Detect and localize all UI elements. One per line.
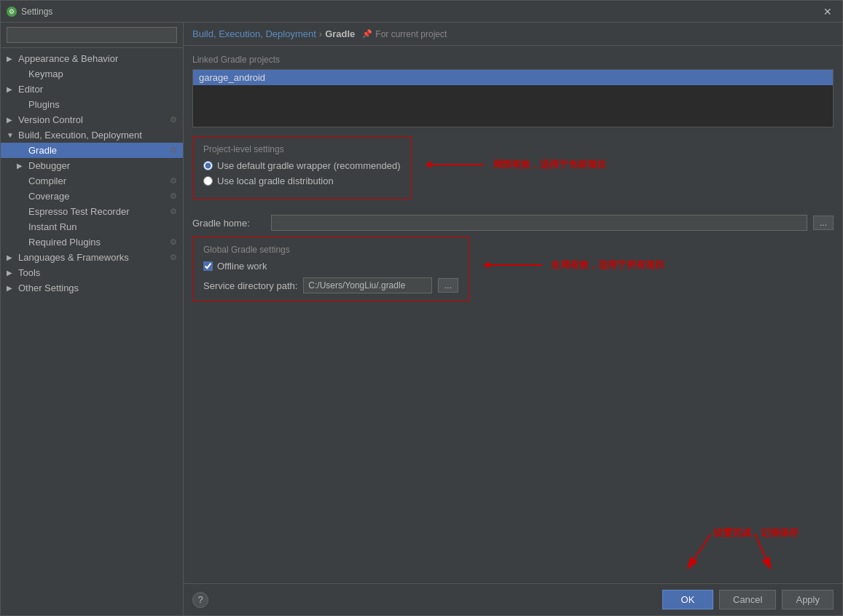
sidebar-item-appearance[interactable]: ▶ Appearance & Behavior [1,51,183,66]
search-input[interactable] [7,27,177,43]
panel-wrapper: Build, Execution, Deployment › Gradle 📌 … [184,23,842,615]
sidebar-item-plugins[interactable]: Plugins [1,97,183,112]
service-dir-browse-btn[interactable]: ... [438,278,458,293]
linked-projects-box: garage_android [192,69,834,127]
gradle-home-input[interactable] [271,215,807,231]
sidebar-item-label: Debugger [28,160,70,171]
pin-icon: 📌 [362,29,372,39]
sidebar: ▶ Appearance & Behavior Keymap ▶ Editor … [1,23,184,615]
breadcrumb-sub: For current project [375,29,447,39]
title-bar-left: ⚙ Settings [7,7,52,17]
global-settings-label: Global Gradle settings [203,245,458,255]
sidebar-item-debugger[interactable]: ▶ Debugger [1,158,183,173]
sidebar-item-label: Required Plugins [28,237,101,248]
sidebar-item-gradle[interactable]: Gradle ⚙ [1,143,183,158]
settings-icon: ⚙ [170,237,177,247]
sidebar-item-editor[interactable]: ▶ Editor [1,82,183,97]
sidebar-item-label: Editor [18,84,43,95]
radio-local[interactable] [203,176,213,186]
sidebar-item-keymap[interactable]: Keymap [1,66,183,82]
sidebar-item-label: Espresso Test Recorder [28,206,130,217]
global-annotation: 全局有效，适用于所有项目 [484,258,664,272]
main-content: ▶ Appearance & Behavior Keymap ▶ Editor … [1,23,842,615]
sidebar-item-other-settings[interactable]: ▶ Other Settings [1,280,183,296]
sidebar-item-label: Tools [18,267,40,278]
gradle-home-label: Gradle home: [192,218,265,229]
offline-work-row: Offline work [203,261,458,272]
global-gradle-box: Global Gradle settings Offline work Serv… [192,237,469,301]
save-reminder: 设置完成，记得保存 [713,526,799,540]
expand-arrow: ▶ [7,116,15,124]
close-button[interactable]: ✕ [819,4,836,19]
sidebar-item-espresso[interactable]: Espresso Test Recorder ⚙ [1,204,183,219]
settings-icon: ⚙ [170,191,177,201]
radio-default[interactable] [203,161,213,170]
global-annotation-text: 全局有效，适用于所有项目 [551,258,664,272]
sidebar-item-compiler[interactable]: Compiler ⚙ [1,173,183,189]
sidebar-item-languages[interactable]: ▶ Languages & Frameworks ⚙ [1,250,183,265]
save-arrow-1 [682,530,726,576]
sidebar-item-coverage[interactable]: Coverage ⚙ [1,189,183,204]
settings-icon: ⚙ [170,253,177,262]
sidebar-item-required-plugins[interactable]: Required Plugins ⚙ [1,234,183,250]
gradle-home-row: Gradle home: ... [192,215,834,231]
sidebar-item-instant-run[interactable]: Instant Run [1,219,183,234]
sidebar-item-label: Version Control [18,114,83,125]
expand-arrow: ▶ [7,284,15,292]
expand-arrow: ▼ [7,131,15,139]
bottom-bar: ? OK Cancel Apply [184,583,842,615]
sidebar-item-label: Keymap [28,68,63,79]
svg-line-1 [755,534,769,566]
main-panel: Build, Execution, Deployment › Gradle 📌 … [184,23,842,583]
breadcrumb: Build, Execution, Deployment › Gradle 📌 … [184,23,842,46]
sidebar-item-label: Compiler [28,175,66,186]
radio-default-label: Use default gradle wrapper (recommended) [217,160,400,171]
radio-local-wrapper[interactable]: Use local gradle distribution [203,175,400,186]
nav-tree: ▶ Appearance & Behavior Keymap ▶ Editor … [1,48,183,615]
sidebar-item-tools[interactable]: ▶ Tools [1,265,183,280]
gradle-home-browse-btn[interactable]: ... [813,216,834,230]
sidebar-item-label: Build, Execution, Deployment [18,130,142,141]
sidebar-item-label: Languages & Frameworks [18,252,129,263]
service-dir-row: Service directory path: ... [203,277,458,293]
settings-icon: ⚙ [170,176,177,186]
expand-arrow: ▶ [17,162,26,170]
radio-local-label: Use local gradle distribution [217,175,334,186]
linked-project-item[interactable]: garage_android [193,70,833,85]
breadcrumb-parent: Build, Execution, Deployment [192,28,316,39]
radio-default-wrapper[interactable]: Use default gradle wrapper (recommended) [203,160,400,171]
expand-arrow: ▶ [7,85,15,93]
window-title: Settings [21,7,52,17]
offline-work-checkbox[interactable] [203,261,213,271]
project-settings-box: Project-level settings Use default gradl… [192,136,411,199]
linked-projects-label: Linked Gradle projects [192,55,834,65]
help-button[interactable]: ? [192,592,208,608]
sidebar-item-version-control[interactable]: ▶ Version Control ⚙ [1,112,183,127]
sidebar-item-label: Coverage [28,191,69,202]
sidebar-item-label: Gradle [28,145,57,156]
svg-line-0 [689,534,711,566]
search-box [1,23,183,48]
sidebar-item-label: Other Settings [18,283,79,293]
settings-icon: ⚙ [170,207,177,216]
ok-button[interactable]: OK [662,590,713,609]
settings-icon: ⚙ [170,146,177,155]
panel-body: Linked Gradle projects garage_android Pr… [184,46,842,583]
breadcrumb-separator: › [319,28,322,39]
sidebar-item-label: Appearance & Behavior [18,53,118,64]
settings-window: ⚙ Settings ✕ ▶ Appearance & Behavior Key… [0,0,843,616]
sidebar-item-build-execution[interactable]: ▼ Build, Execution, Deployment [1,127,183,143]
cancel-button[interactable]: Cancel [719,590,776,609]
settings-icon: ⚙ [170,115,177,125]
offline-work-label: Offline work [217,261,267,272]
apply-button[interactable]: Apply [782,590,834,609]
sidebar-item-label: Instant Run [28,221,77,232]
local-annotation: 局部有效，适用于当前项目 [426,158,606,171]
service-dir-input[interactable] [303,277,432,293]
expand-arrow: ▶ [7,253,15,261]
local-annotation-text: 局部有效，适用于当前项目 [493,158,606,171]
breadcrumb-current: Gradle [325,28,355,39]
expand-arrow: ▶ [7,55,15,63]
service-dir-label: Service directory path: [203,280,297,291]
project-settings-label: Project-level settings [203,144,400,154]
